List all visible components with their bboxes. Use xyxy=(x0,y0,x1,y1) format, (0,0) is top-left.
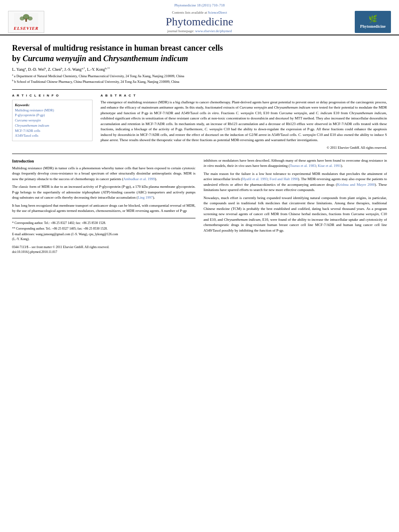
kw-1: Multidrug resistance (MDR) xyxy=(15,108,90,113)
elsevier-logo: ELSEVIER xyxy=(8,11,44,33)
journal-citation: Phytomedicine 18 (2011) 710–718 xyxy=(8,3,391,7)
body-para-6: Nowadays, much effort is currently being… xyxy=(204,195,387,234)
title-italic-1: Curcuma wenyujin xyxy=(23,54,86,63)
journal-title-block: Contents lists available at ScienceDirec… xyxy=(44,10,355,33)
affil-2: b b School of Traditional Chinese Pharma… xyxy=(12,79,387,84)
page-bottom: 0344-7113/$ – see front matter © 2011 El… xyxy=(12,245,195,255)
divider-1 xyxy=(12,89,387,90)
journal-homepage: journal homepage: www.elsevier.de/phymed xyxy=(44,29,355,33)
body-col-left: Introduction Multidrug resistance (MDR) … xyxy=(12,158,195,255)
footnote-2: ** Corresponding author. Tel.: +86 25 83… xyxy=(12,226,195,231)
elsevier-logo-svg xyxy=(14,13,38,26)
body-para-4: inhibitors or modulators have been descr… xyxy=(204,158,387,169)
ref-tsuruo[interactable]: Tsuruo et al. 1983 xyxy=(290,164,316,168)
body-para-3: It has long been recognized that membran… xyxy=(12,203,195,214)
ref-ling[interactable]: Ling 1997 xyxy=(138,195,153,199)
phyto-leaf-icon: 🌿 xyxy=(368,14,377,23)
article-info-label: A R T I C L E I N F O xyxy=(12,94,93,97)
svg-point-4 xyxy=(28,16,33,21)
elsevier-name: ELSEVIER xyxy=(14,26,39,31)
page: Phytomedicine 18 (2011) 710–718 ELSEVIER… xyxy=(0,0,399,532)
copyright: © 2011 Elsevier GmbH. All rights reserve… xyxy=(101,146,387,150)
kw-5: MCF-7/ADR cells xyxy=(15,128,90,134)
article-info-abstract: A R T I C L E I N F O Keywords: Multidru… xyxy=(12,94,387,150)
ref-hyafil[interactable]: Hyafil et al. 1993 xyxy=(242,177,267,181)
affiliations: a a Department of Natural Medicinal Chem… xyxy=(12,73,387,84)
ref-krishna[interactable]: Krishna and Mayer 2000 xyxy=(337,183,375,187)
article-title: Reversal of multidrug resistance in huma… xyxy=(12,43,387,64)
journal-url[interactable]: www.elsevier.de/phymed xyxy=(195,29,232,33)
journal-header: Phytomedicine 18 (2011) 710–718 ELSEVIER… xyxy=(0,0,399,35)
body-para-1: Multidrug resistance (MDR) in tumor cell… xyxy=(12,166,195,182)
svg-rect-2 xyxy=(25,18,27,22)
divider-2 xyxy=(12,154,387,154)
phyto-logo-box: 🌿 Phytomedicine xyxy=(355,11,391,33)
keywords-label: Keywords: xyxy=(15,103,30,107)
authors: L. Yanga, D.-D. Weib, Z. Chenb, J.-S. Wa… xyxy=(12,67,387,72)
citation-text: Phytomedicine 18 (2011) 710–718 xyxy=(175,3,225,7)
body-para-2: The classic form of MDR is due to an inc… xyxy=(12,184,195,201)
ref-ambudkar[interactable]: Ambudkar et al. 1999 xyxy=(123,177,154,181)
abstract-label: A B S T R A C T xyxy=(101,94,387,97)
title-italic-2: Chrysanthemum indicum xyxy=(103,54,188,63)
abstract-text: The emergence of multidrug resistance (M… xyxy=(101,100,387,143)
affil-1: a a Department of Natural Medicinal Chem… xyxy=(12,73,387,79)
sciencedirect-link[interactable]: ScienceDirect xyxy=(208,10,227,14)
footnotes: * Corresponding author. Tel.: +86 25 832… xyxy=(12,218,195,242)
ref-kiue[interactable]: Kiue et al. 1991 xyxy=(318,164,341,168)
kw-3: Curcuma wenyujin xyxy=(15,118,90,123)
journal-main-title: Phytomedicine xyxy=(44,15,355,28)
body-para-5: The main reason for the failure is a low… xyxy=(204,171,387,193)
ref-ford[interactable]: Ford and Halt 1990 xyxy=(269,177,298,181)
intro-title: Introduction xyxy=(12,158,195,164)
kw-6: A549/Taxol cells xyxy=(15,133,90,138)
kw-4: Chrysanthemum indicum xyxy=(15,123,90,128)
body-col-right: inhibitors or modulators have been descr… xyxy=(204,158,387,255)
contents-line: Contents lists available at ScienceDirec… xyxy=(44,10,355,14)
issn-line: 0344-7113/$ – see front matter © 2011 El… xyxy=(12,245,195,250)
kw-2: P-glycoprotein (P-gp) xyxy=(15,113,90,118)
journal-banner: ELSEVIER Contents lists available at Sci… xyxy=(8,9,391,35)
abstract-col: A B S T R A C T The emergence of multidr… xyxy=(101,94,387,150)
keywords-box: Keywords: Multidrug resistance (MDR) P-g… xyxy=(12,100,93,141)
article-content: Reversal of multidrug resistance in huma… xyxy=(0,35,399,262)
svg-point-3 xyxy=(20,16,25,21)
doi-line: doi:10.1016/j.phymed.2010.11.017 xyxy=(12,250,195,255)
footnote-email: E-mail addresses: wang.junsong@gmail.com… xyxy=(12,232,195,242)
body-text: Introduction Multidrug resistance (MDR) … xyxy=(12,158,387,255)
article-info-col: A R T I C L E I N F O Keywords: Multidru… xyxy=(12,94,93,150)
footnote-1: * Corresponding author. Tel.: +86 25 832… xyxy=(12,221,195,226)
phyto-title: Phytomedicine xyxy=(360,24,385,29)
